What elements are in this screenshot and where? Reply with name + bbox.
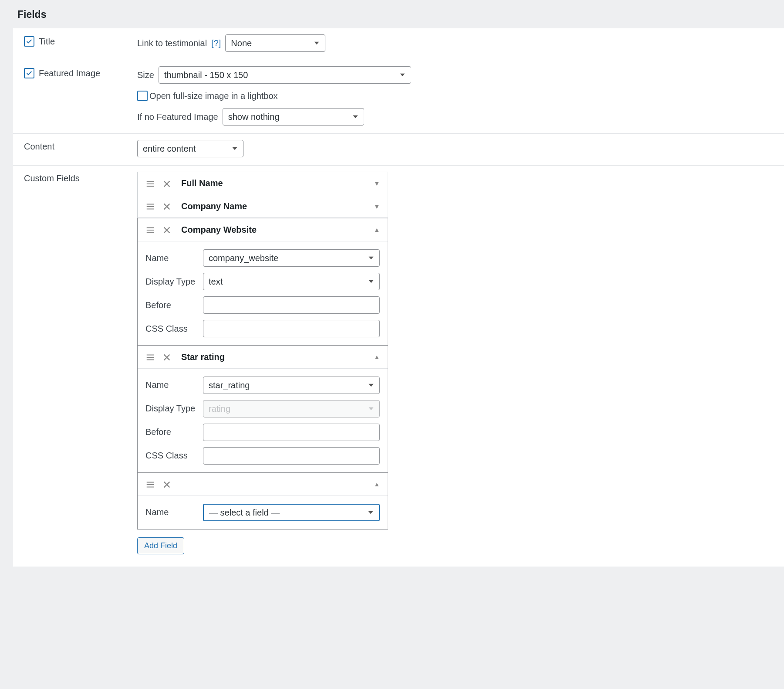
add-field-button[interactable]: Add Field bbox=[137, 537, 184, 554]
title-label: Title bbox=[39, 37, 55, 47]
remove-icon[interactable] bbox=[162, 201, 172, 212]
custom-field-item: ▲ Name — select a field — bbox=[137, 473, 388, 529]
help-link[interactable]: [?] bbox=[211, 38, 221, 48]
cf-display-type-select: rating bbox=[203, 400, 380, 417]
cf-name-select[interactable]: company_website bbox=[203, 249, 380, 267]
content-label: Content bbox=[24, 141, 54, 151]
cf-name-select[interactable]: — select a field — bbox=[203, 504, 380, 521]
remove-icon[interactable] bbox=[162, 224, 172, 235]
custom-field-item: Company Name ▼ bbox=[137, 195, 388, 218]
custom-field-header[interactable]: Company Name ▼ bbox=[138, 195, 388, 218]
fallback-select[interactable]: show nothing bbox=[223, 108, 364, 126]
custom-fields-list: Full Name ▼ Company Name ▼ bbox=[137, 172, 388, 529]
custom-field-body: Name star_rating Display Type rating bbox=[138, 368, 388, 472]
custom-field-item: Company Website ▲ Name company_website D… bbox=[137, 218, 388, 346]
custom-field-body: Name — select a field — bbox=[138, 496, 388, 529]
size-select[interactable]: thumbnail - 150 x 150 bbox=[159, 66, 411, 84]
drag-handle-icon[interactable] bbox=[145, 479, 155, 489]
custom-field-header[interactable]: Star rating ▲ bbox=[138, 346, 388, 368]
drag-handle-icon[interactable] bbox=[145, 352, 155, 362]
row-featured-image: Featured Image Size thumbnail - 150 x 15… bbox=[13, 60, 784, 134]
lightbox-checkbox[interactable] bbox=[137, 91, 148, 101]
fields-panel: Title Link to testimonial [?] None Featu… bbox=[13, 28, 784, 567]
custom-field-title: Company Name bbox=[181, 201, 374, 211]
chevron-down-icon[interactable]: ▼ bbox=[374, 203, 380, 210]
remove-icon[interactable] bbox=[162, 178, 172, 189]
remove-icon[interactable] bbox=[162, 479, 172, 489]
drag-handle-icon[interactable] bbox=[145, 201, 155, 212]
cf-before-label: Before bbox=[145, 300, 203, 310]
section-title: Fields bbox=[0, 0, 784, 28]
cf-css-label: CSS Class bbox=[145, 451, 203, 461]
link-testimonial-select[interactable]: None bbox=[225, 34, 325, 52]
row-custom-fields: Custom Fields Full Name ▼ bbox=[13, 166, 784, 567]
drag-handle-icon[interactable] bbox=[145, 178, 155, 189]
row-title: Title Link to testimonial [?] None bbox=[13, 28, 784, 60]
cf-name-label: Name bbox=[145, 507, 203, 517]
custom-field-item: Full Name ▼ bbox=[137, 172, 388, 195]
custom-field-title: Full Name bbox=[181, 178, 374, 188]
title-checkbox[interactable] bbox=[24, 36, 34, 47]
cf-name-label: Name bbox=[145, 380, 203, 390]
cf-css-input[interactable] bbox=[203, 447, 380, 465]
chevron-up-icon[interactable]: ▲ bbox=[374, 226, 380, 233]
link-testimonial-label: Link to testimonial bbox=[137, 38, 207, 48]
cf-display-type-label: Display Type bbox=[145, 277, 203, 287]
cf-before-input[interactable] bbox=[203, 296, 380, 314]
fallback-label: If no Featured Image bbox=[137, 112, 218, 122]
cf-display-type-select[interactable]: text bbox=[203, 273, 380, 290]
size-label: Size bbox=[137, 70, 154, 80]
remove-icon[interactable] bbox=[162, 352, 172, 362]
chevron-up-icon[interactable]: ▲ bbox=[374, 481, 380, 488]
custom-field-title: Company Website bbox=[181, 225, 374, 235]
cf-name-label: Name bbox=[145, 253, 203, 263]
check-icon bbox=[26, 38, 33, 45]
cf-name-select[interactable]: star_rating bbox=[203, 377, 380, 394]
custom-field-title: Star rating bbox=[181, 352, 374, 362]
custom-field-header[interactable]: Full Name ▼ bbox=[138, 172, 388, 195]
cf-before-input[interactable] bbox=[203, 424, 380, 441]
custom-field-header[interactable]: ▲ bbox=[138, 473, 388, 496]
row-content: Content entire content bbox=[13, 134, 784, 166]
cf-before-label: Before bbox=[145, 427, 203, 437]
lightbox-label: Open full-size image in a lightbox bbox=[149, 91, 278, 101]
featured-image-label: Featured Image bbox=[39, 68, 100, 78]
check-icon bbox=[26, 70, 33, 77]
cf-css-label: CSS Class bbox=[145, 324, 203, 334]
custom-field-body: Name company_website Display Type text bbox=[138, 241, 388, 345]
chevron-up-icon[interactable]: ▲ bbox=[374, 353, 380, 360]
custom-fields-label: Custom Fields bbox=[24, 173, 80, 183]
featured-image-checkbox[interactable] bbox=[24, 68, 34, 78]
custom-field-item: Star rating ▲ Name star_rating Display T… bbox=[137, 346, 388, 473]
chevron-down-icon[interactable]: ▼ bbox=[374, 180, 380, 187]
cf-display-type-label: Display Type bbox=[145, 404, 203, 414]
content-select[interactable]: entire content bbox=[137, 140, 243, 157]
cf-css-input[interactable] bbox=[203, 320, 380, 337]
drag-handle-icon[interactable] bbox=[145, 224, 155, 235]
custom-field-header[interactable]: Company Website ▲ bbox=[138, 218, 388, 241]
